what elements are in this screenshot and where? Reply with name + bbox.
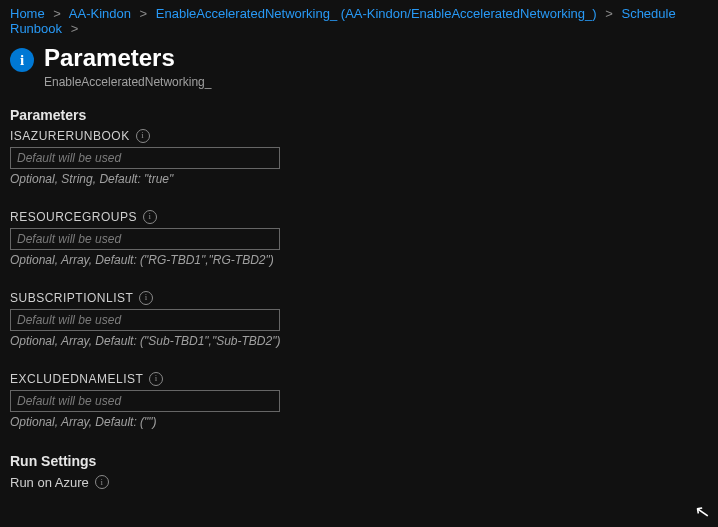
param-input-excludednamelist[interactable] [10,390,280,412]
run-settings-heading: Run Settings [10,453,708,469]
breadcrumb-runbook[interactable]: EnableAcceleratedNetworking_ (AA-Kindon/… [156,6,597,21]
param-isazurerunbook: ISAZURERUNBOOK i Optional, String, Defau… [10,129,410,186]
info-icon[interactable]: i [143,210,157,224]
page-header: i Parameters EnableAcceleratedNetworking… [10,44,708,89]
param-label: SUBSCRIPTIONLIST [10,291,133,305]
param-input-isazurerunbook[interactable] [10,147,280,169]
param-label: RESOURCEGROUPS [10,210,137,224]
param-help: Optional, Array, Default: ("Sub-TBD1","S… [10,334,410,348]
chevron-right-icon: > [605,6,613,21]
info-icon[interactable]: i [139,291,153,305]
param-excludednamelist: EXCLUDEDNAMELIST i Optional, Array, Defa… [10,372,410,429]
param-input-resourcegroups[interactable] [10,228,280,250]
param-subscriptionlist: SUBSCRIPTIONLIST i Optional, Array, Defa… [10,291,410,348]
info-icon[interactable]: i [149,372,163,386]
chevron-right-icon: > [71,21,79,36]
chevron-right-icon: > [53,6,61,21]
mouse-cursor-icon: ↖ [693,500,712,524]
info-icon[interactable]: i [95,475,109,489]
param-label: ISAZURERUNBOOK [10,129,130,143]
parameters-heading: Parameters [10,107,708,123]
param-help: Optional, Array, Default: ("") [10,415,410,429]
param-label: EXCLUDEDNAMELIST [10,372,143,386]
param-help: Optional, Array, Default: ("RG-TBD1","RG… [10,253,410,267]
breadcrumb: Home > AA-Kindon > EnableAcceleratedNetw… [10,4,708,42]
breadcrumb-account[interactable]: AA-Kindon [69,6,131,21]
run-on-label: Run on Azure [10,475,89,490]
info-icon[interactable]: i [136,129,150,143]
param-resourcegroups: RESOURCEGROUPS i Optional, Array, Defaul… [10,210,410,267]
page-title: Parameters [44,44,211,73]
page-subtitle: EnableAcceleratedNetworking_ [44,75,211,89]
info-icon: i [10,48,34,72]
param-input-subscriptionlist[interactable] [10,309,280,331]
chevron-right-icon: > [140,6,148,21]
breadcrumb-home[interactable]: Home [10,6,45,21]
param-help: Optional, String, Default: "true" [10,172,410,186]
run-on-row: Run on Azure i [10,475,708,490]
